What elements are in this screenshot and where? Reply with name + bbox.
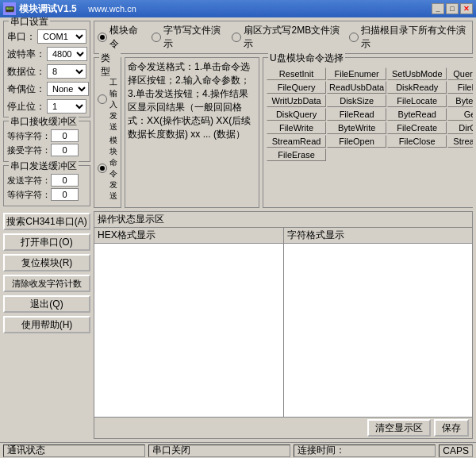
sent-char-label: 发送字符： [7,175,51,187]
serial-settings-group: 串口设置 串口： COM1 波特率： 4800 [3,21,90,117]
stopbits-row: 停止位： 1 [7,99,86,114]
usb-cmd-button[interactable]: FileCreate [387,121,447,134]
usb-cmd-button[interactable]: StreamRead [267,135,326,148]
port-label: 串口： [7,30,36,44]
char-display: 字符格式显示 [284,228,473,417]
waiting-char-input[interactable] [51,129,79,142]
databits-select[interactable]: 8 [47,64,86,79]
tab-char-write-label: 字节写文件演示 [163,24,226,51]
top-tabs-container: 模块命令 字节写文件演示 扇区方式写2MB文件演示 扫描根目录下所有文 [94,21,473,54]
usb-cmd-button[interactable]: FileEnumer [327,67,386,80]
app-icon: 📟 [3,2,16,15]
usb-cmd-button[interactable]: ByteRead [387,108,447,121]
close-button[interactable]: ✕ [460,3,473,14]
char-title-bar: 字符格式显示 [284,228,473,244]
usb-cmd-button[interactable]: FileLocate [387,94,447,107]
minimize-button[interactable]: _ [432,3,444,14]
baud-row: 波特率： 4800 [7,47,86,61]
port-select[interactable]: COM1 [37,29,86,44]
usb-cmd-button[interactable]: DirCreate [447,121,473,134]
save-button[interactable]: 保存 [434,419,469,437]
status-bar: 通讯状态 串口关闭 连接时间： CAPS [0,442,476,458]
usb-cmd-button[interactable]: FileWrite [267,121,326,134]
manual-radio[interactable] [98,94,107,104]
maximize-button[interactable]: □ [446,3,459,14]
hex-display: HEX格式显示 [94,228,284,417]
stopbits-select[interactable]: 1 [47,99,86,114]
char-write-radio[interactable] [152,33,161,42]
display-title-bar: 操作状态显示区 [94,212,472,228]
hex-title: HEX格式显示 [98,229,155,241]
window-title: 模块调试V1.5 [19,2,77,16]
module-cmd-label: 模块命令发送 [109,135,117,202]
stopbits-label: 停止位： [7,100,45,114]
send-waiting-input[interactable] [51,188,79,201]
module-cmd-radio[interactable] [98,33,107,42]
usb-cmd-button[interactable]: FileQuery [267,81,326,94]
tab-module-cmd[interactable]: 模块命令 [98,24,145,51]
send-buffer-title: 串口发送缓冲区 [9,160,79,173]
receive-buffer-title: 串口接收缓冲区 [9,115,79,129]
usb-cmd-button[interactable]: GetVer [447,108,473,121]
usb-cmd-button[interactable]: SetUsbMode [387,67,447,80]
sector-write-radio[interactable] [232,33,241,42]
app-window: 📟 模块调试V1.5 www.wch.cn _ □ ✕ 串口设置 [0,0,476,458]
port-status-segment: 串口关闭 [148,445,290,457]
open-port-button[interactable]: 打开串口(O) [3,233,90,251]
port-status-text: 串口关闭 [152,444,190,457]
usb-cmd-button[interactable]: ResetInit [267,67,326,80]
waiting-char-label: 等待字符： [7,130,51,142]
char-content [284,244,473,417]
serial-settings-title: 串口设置 [9,17,50,29]
databits-label: 数据位： [7,65,45,79]
usb-cmd-button[interactable]: DiskReady [387,81,447,94]
parity-row: 奇偶位： None [7,82,86,96]
baud-select[interactable]: 4800 [47,47,87,61]
port-row: 串口： COM1 [7,29,86,44]
usb-cmd-button[interactable]: FileRead [327,108,386,121]
display-controls: 清空显示区 保存 [94,417,472,438]
parity-select[interactable]: None [47,82,89,96]
caps-segment: CAPS [439,445,473,457]
tab-scan-dir-label: 扫描根目录下所有文件演示 [361,24,469,51]
received-char-input[interactable] [51,144,79,156]
hex-content [94,244,283,417]
display-title: 操作状态显示区 [98,214,164,225]
clear-display-button[interactable]: 清空显示区 [367,419,431,437]
module-cmd-radio2[interactable] [98,164,107,173]
usb-cmd-button[interactable]: QueryStatus [447,67,473,80]
usb-cmd-button[interactable]: ReadUsbData [327,81,386,94]
usb-cmd-button[interactable]: FileClose [387,135,447,148]
usb-cmd-button[interactable]: WritUzbData [267,94,326,107]
tab-sector-write-label: 扇区方式写2MB文件演示 [244,24,343,51]
usb-cmd-button[interactable]: StreamWrite [447,135,473,148]
clear-count-button[interactable]: 清除收发字符计数 [3,275,90,292]
reset-module-button[interactable]: 复位模块(R) [3,254,90,271]
send-waiting-label: 等待字符： [7,189,51,201]
usb-cmd-button[interactable]: DiskSize [327,94,386,107]
description-area: 命令发送格式：1.单击命令选择区按钮；2.输入命令参数；3.单击发送按钮；4.操… [125,57,259,208]
send-buffer-group: 串口发送缓冲区 发送字符： 等待字符： [3,165,90,206]
sent-char-input[interactable] [51,174,79,187]
usb-cmd-button[interactable]: FileModify [447,81,473,94]
usb-cmd-button[interactable]: FileOpen [327,135,386,148]
parity-label: 奇偶位： [7,83,45,96]
connect-time-segment: 连接时间： [294,445,436,457]
receive-buffer-group: 串口接收缓冲区 等待字符： 接受字符： [3,121,90,162]
help-button[interactable]: 使用帮助(H) [3,316,90,333]
module-cmd-radio-row[interactable]: 模块命令发送 [98,135,117,202]
cmd-type-title: 类型 [99,52,121,79]
comm-status-segment: 通讯状态 [3,445,145,457]
tab-scan-dir[interactable]: 扫描根目录下所有文件演示 [349,24,469,51]
tab-char-write[interactable]: 字节写文件演示 [152,24,226,51]
usb-cmd-button[interactable]: FileErase [267,148,326,161]
char-title: 字符格式显示 [287,229,344,241]
display-section: 操作状态显示区 HEX格式显示 字符格式显 [94,211,473,439]
usb-cmd-button[interactable]: ByteLocate [447,94,473,107]
tab-sector-write[interactable]: 扇区方式写2MB文件演示 [232,24,343,51]
search-port-button[interactable]: 搜索CH341串口(A) [3,213,90,230]
usb-cmd-button[interactable]: ByteWrite [327,121,386,134]
exit-button[interactable]: 退出(Q) [3,295,90,313]
usb-cmd-button[interactable]: DiskQuery [267,108,326,121]
scan-dir-radio[interactable] [349,33,359,42]
